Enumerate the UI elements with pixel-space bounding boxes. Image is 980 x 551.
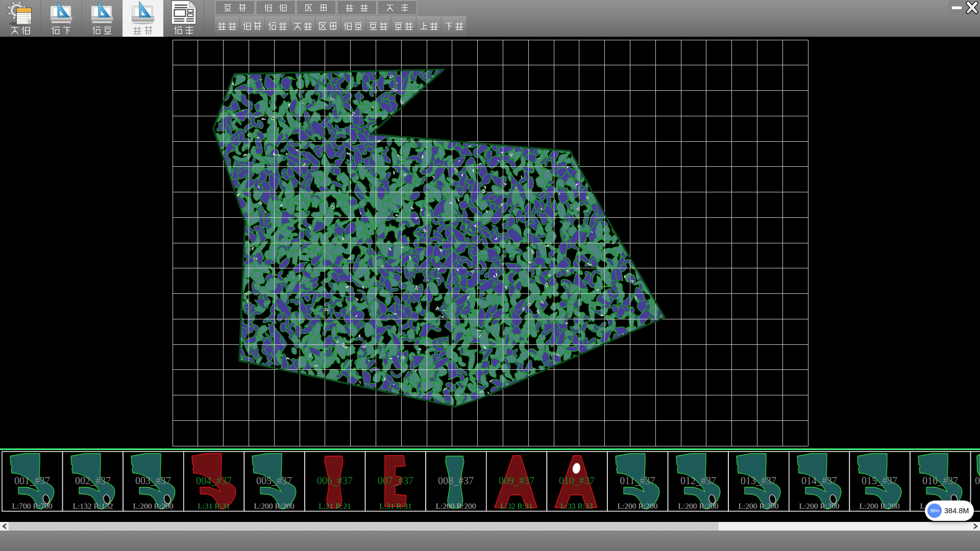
svg-text:L:200 R:200: L:200 R:200 <box>254 502 295 510</box>
svg-text:012_#37: 012_#37 <box>680 475 716 486</box>
svg-text:L:21 R:21: L:21 R:21 <box>318 502 351 510</box>
svg-text:004_#37: 004_#37 <box>196 475 232 486</box>
svg-text:L:33 R:33: L:33 R:33 <box>560 502 593 510</box>
svg-text:L:200 R:200: L:200 R:200 <box>799 502 840 510</box>
svg-text:013_#37: 013_#37 <box>741 475 776 486</box>
svg-text:005_#37: 005_#37 <box>256 475 292 486</box>
svg-text:001_#37: 001_#37 <box>14 475 50 486</box>
svg-text:008_#37: 008_#37 <box>438 475 474 486</box>
svg-text:L:200 R:200: L:200 R:200 <box>739 502 779 510</box>
svg-text:007_#37: 007_#37 <box>378 475 413 486</box>
svg-text:009_#37: 009_#37 <box>499 475 534 486</box>
svg-text:L:31 R:31: L:31 R:31 <box>379 502 411 510</box>
svg-text:002_#37: 002_#37 <box>75 475 111 486</box>
svg-text:L:31 R:31: L:31 R:31 <box>198 502 230 510</box>
svg-text:L:200 R:200: L:200 R:200 <box>618 502 658 510</box>
svg-text:016_#37: 016_#37 <box>922 475 958 486</box>
svg-text:L:700 R:700: L:700 R:700 <box>12 502 53 510</box>
svg-text:006_#37: 006_#37 <box>317 475 353 486</box>
svg-text:L:32 R:31: L:32 R:31 <box>500 502 532 510</box>
svg-text:014_#37: 014_#37 <box>801 475 837 486</box>
svg-text:L:200 R:200: L:200 R:200 <box>860 502 900 510</box>
svg-text:L:200 R:200: L:200 R:200 <box>133 502 174 510</box>
svg-text:L:132 R:132: L:132 R:132 <box>73 502 113 510</box>
svg-text:L:200 R:200: L:200 R:200 <box>436 502 476 510</box>
svg-text:0: 0 <box>975 475 980 486</box>
svg-text:011_#37: 011_#37 <box>620 475 655 486</box>
svg-text:015_#37: 015_#37 <box>862 475 897 486</box>
svg-text:L:200 R:200: L:200 R:200 <box>678 502 719 510</box>
svg-text:010_#37: 010_#37 <box>559 475 595 486</box>
svg-text:003_#37: 003_#37 <box>135 475 171 486</box>
